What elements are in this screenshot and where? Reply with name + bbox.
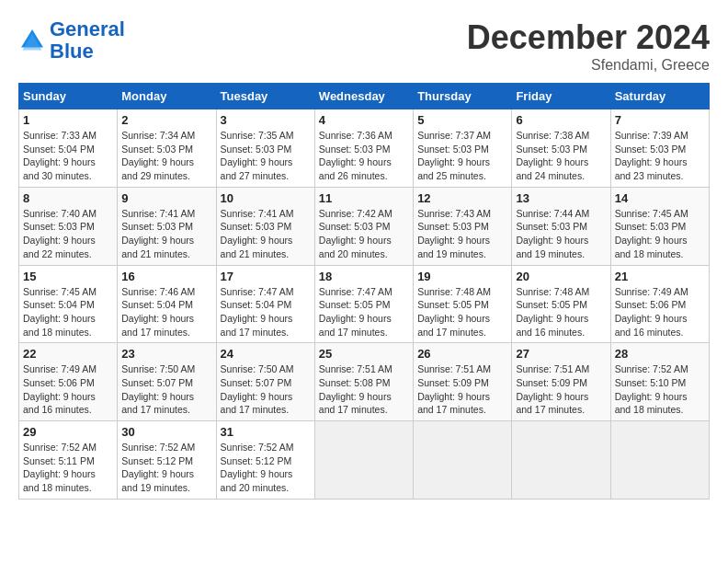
day-info: Sunrise: 7:46 AM Sunset: 5:04 PM Dayligh… — [121, 285, 211, 339]
day-info: Sunrise: 7:37 AM Sunset: 5:03 PM Dayligh… — [417, 129, 507, 183]
day-info: Sunrise: 7:49 AM Sunset: 5:06 PM Dayligh… — [23, 362, 113, 417]
calendar-cell: 29 Sunrise: 7:52 AM Sunset: 5:11 PM Dayl… — [19, 421, 118, 500]
day-number: 18 — [319, 270, 409, 283]
day-info: Sunrise: 7:33 AM Sunset: 5:04 PM Dayligh… — [23, 129, 113, 183]
calendar-cell — [610, 421, 709, 500]
header-tuesday: Tuesday — [216, 84, 314, 109]
day-info: Sunrise: 7:47 AM Sunset: 5:04 PM Dayligh… — [221, 285, 311, 339]
day-number: 3 — [221, 113, 311, 127]
calendar-cell: 28 Sunrise: 7:52 AM Sunset: 5:10 PM Dayl… — [610, 343, 709, 421]
calendar-cell: 4 Sunrise: 7:36 AM Sunset: 5:03 PM Dayli… — [314, 109, 413, 188]
day-number: 25 — [319, 347, 409, 361]
day-info: Sunrise: 7:43 AM Sunset: 5:03 PM Dayligh… — [417, 207, 507, 261]
day-number: 8 — [23, 191, 113, 205]
day-number: 15 — [23, 270, 113, 283]
calendar-cell: 23 Sunrise: 7:50 AM Sunset: 5:07 PM Dayl… — [118, 343, 216, 421]
calendar-cell: 24 Sunrise: 7:50 AM Sunset: 5:07 PM Dayl… — [216, 343, 314, 421]
day-number: 4 — [319, 113, 409, 127]
calendar-cell: 22 Sunrise: 7:49 AM Sunset: 5:06 PM Dayl… — [19, 343, 118, 421]
day-info: Sunrise: 7:35 AM Sunset: 5:03 PM Dayligh… — [221, 129, 311, 183]
calendar-table: Sunday Monday Tuesday Wednesday Thursday… — [18, 83, 710, 500]
day-number: 22 — [23, 347, 113, 361]
day-number: 24 — [221, 347, 311, 361]
calendar-cell: 5 Sunrise: 7:37 AM Sunset: 5:03 PM Dayli… — [414, 109, 512, 188]
day-info: Sunrise: 7:42 AM Sunset: 5:03 PM Dayligh… — [319, 207, 409, 261]
day-info: Sunrise: 7:51 AM Sunset: 5:09 PM Dayligh… — [417, 362, 507, 417]
day-info: Sunrise: 7:52 AM Sunset: 5:12 PM Dayligh… — [221, 441, 311, 495]
calendar-cell: 9 Sunrise: 7:41 AM Sunset: 5:03 PM Dayli… — [118, 187, 216, 265]
calendar-cell: 20 Sunrise: 7:48 AM Sunset: 5:05 PM Dayl… — [512, 265, 610, 343]
day-number: 6 — [516, 113, 606, 127]
weekday-header-row: Sunday Monday Tuesday Wednesday Thursday… — [19, 84, 710, 109]
page-header: General Blue December 2024 Sfendami, Gre… — [18, 18, 710, 74]
day-number: 23 — [121, 347, 211, 361]
day-info: Sunrise: 7:51 AM Sunset: 5:09 PM Dayligh… — [516, 362, 606, 417]
calendar-cell: 27 Sunrise: 7:51 AM Sunset: 5:09 PM Dayl… — [512, 343, 610, 421]
day-number: 17 — [221, 270, 311, 283]
logo-icon — [18, 27, 46, 54]
title-block: December 2024 Sfendami, Greece — [467, 18, 710, 74]
calendar-cell: 18 Sunrise: 7:47 AM Sunset: 5:05 PM Dayl… — [314, 265, 413, 343]
day-number: 1 — [23, 113, 113, 127]
calendar-cell — [314, 421, 413, 500]
day-info: Sunrise: 7:49 AM Sunset: 5:06 PM Dayligh… — [615, 285, 705, 339]
day-number: 19 — [417, 270, 507, 283]
day-number: 29 — [23, 425, 113, 439]
day-number: 13 — [516, 191, 606, 205]
page-container: General Blue December 2024 Sfendami, Gre… — [18, 18, 710, 500]
calendar-cell — [414, 421, 512, 500]
calendar-cell: 3 Sunrise: 7:35 AM Sunset: 5:03 PM Dayli… — [216, 109, 314, 188]
calendar-week-row: 8 Sunrise: 7:40 AM Sunset: 5:03 PM Dayli… — [19, 187, 710, 265]
day-number: 26 — [417, 347, 507, 361]
day-info: Sunrise: 7:41 AM Sunset: 5:03 PM Dayligh… — [221, 207, 311, 261]
calendar-cell: 26 Sunrise: 7:51 AM Sunset: 5:09 PM Dayl… — [414, 343, 512, 421]
calendar-cell: 21 Sunrise: 7:49 AM Sunset: 5:06 PM Dayl… — [610, 265, 709, 343]
calendar-cell: 19 Sunrise: 7:48 AM Sunset: 5:05 PM Dayl… — [414, 265, 512, 343]
day-info: Sunrise: 7:40 AM Sunset: 5:03 PM Dayligh… — [23, 207, 113, 261]
day-number: 20 — [516, 270, 606, 283]
day-info: Sunrise: 7:50 AM Sunset: 5:07 PM Dayligh… — [121, 362, 211, 417]
day-info: Sunrise: 7:34 AM Sunset: 5:03 PM Dayligh… — [121, 129, 211, 183]
calendar-cell — [512, 421, 610, 500]
calendar-cell: 12 Sunrise: 7:43 AM Sunset: 5:03 PM Dayl… — [414, 187, 512, 265]
calendar-cell: 14 Sunrise: 7:45 AM Sunset: 5:03 PM Dayl… — [610, 187, 709, 265]
logo-blue: Blue — [50, 40, 94, 63]
day-info: Sunrise: 7:50 AM Sunset: 5:07 PM Dayligh… — [221, 362, 311, 417]
calendar-cell: 6 Sunrise: 7:38 AM Sunset: 5:03 PM Dayli… — [512, 109, 610, 188]
calendar-week-row: 1 Sunrise: 7:33 AM Sunset: 5:04 PM Dayli… — [19, 109, 710, 188]
day-info: Sunrise: 7:52 AM Sunset: 5:11 PM Dayligh… — [23, 441, 113, 495]
day-number: 5 — [417, 113, 507, 127]
day-info: Sunrise: 7:52 AM Sunset: 5:10 PM Dayligh… — [615, 362, 705, 417]
day-number: 11 — [319, 191, 409, 205]
header-wednesday: Wednesday — [314, 84, 413, 109]
day-info: Sunrise: 7:44 AM Sunset: 5:03 PM Dayligh… — [516, 207, 606, 261]
calendar-cell: 16 Sunrise: 7:46 AM Sunset: 5:04 PM Dayl… — [118, 265, 216, 343]
day-number: 30 — [121, 425, 211, 439]
day-info: Sunrise: 7:47 AM Sunset: 5:05 PM Dayligh… — [319, 285, 409, 339]
header-saturday: Saturday — [610, 84, 709, 109]
day-info: Sunrise: 7:48 AM Sunset: 5:05 PM Dayligh… — [516, 285, 606, 339]
day-number: 27 — [516, 347, 606, 361]
calendar-cell: 1 Sunrise: 7:33 AM Sunset: 5:04 PM Dayli… — [19, 109, 118, 188]
day-info: Sunrise: 7:51 AM Sunset: 5:08 PM Dayligh… — [319, 362, 409, 417]
day-number: 9 — [121, 191, 211, 205]
header-friday: Friday — [512, 84, 610, 109]
header-monday: Monday — [118, 84, 216, 109]
day-number: 16 — [121, 270, 211, 283]
logo: General Blue — [18, 18, 125, 63]
month-title: December 2024 — [467, 18, 710, 57]
day-info: Sunrise: 7:41 AM Sunset: 5:03 PM Dayligh… — [121, 207, 211, 261]
day-info: Sunrise: 7:45 AM Sunset: 5:03 PM Dayligh… — [615, 207, 705, 261]
day-info: Sunrise: 7:39 AM Sunset: 5:03 PM Dayligh… — [615, 129, 705, 183]
calendar-cell: 13 Sunrise: 7:44 AM Sunset: 5:03 PM Dayl… — [512, 187, 610, 265]
header-thursday: Thursday — [414, 84, 512, 109]
day-info: Sunrise: 7:48 AM Sunset: 5:05 PM Dayligh… — [417, 285, 507, 339]
calendar-cell: 15 Sunrise: 7:45 AM Sunset: 5:04 PM Dayl… — [19, 265, 118, 343]
day-number: 31 — [221, 425, 311, 439]
day-info: Sunrise: 7:45 AM Sunset: 5:04 PM Dayligh… — [23, 285, 113, 339]
day-number: 10 — [221, 191, 311, 205]
calendar-week-row: 29 Sunrise: 7:52 AM Sunset: 5:11 PM Dayl… — [19, 421, 710, 500]
calendar-week-row: 15 Sunrise: 7:45 AM Sunset: 5:04 PM Dayl… — [19, 265, 710, 343]
calendar-cell: 31 Sunrise: 7:52 AM Sunset: 5:12 PM Dayl… — [216, 421, 314, 500]
day-number: 2 — [121, 113, 211, 127]
